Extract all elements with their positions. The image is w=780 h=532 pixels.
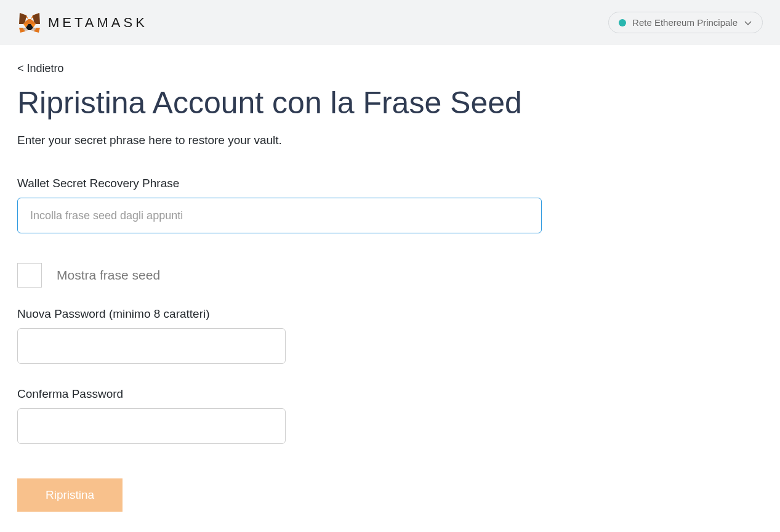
network-status-dot (619, 19, 626, 26)
page-subtitle: Enter your secret phrase here to restore… (17, 134, 722, 147)
network-selector[interactable]: Rete Ethereum Principale (608, 12, 763, 33)
show-seed-checkbox[interactable] (17, 263, 42, 288)
svg-marker-15 (28, 19, 31, 24)
brand-name: METAMASK (48, 15, 148, 31)
chevron-down-icon (744, 18, 752, 27)
network-name: Rete Ethereum Principale (632, 17, 738, 28)
restore-button[interactable]: Ripristina (17, 478, 123, 512)
seed-phrase-label: Wallet Secret Recovery Phrase (17, 177, 722, 190)
metamask-fox-icon (17, 10, 42, 35)
confirm-password-label: Conferma Password (17, 387, 722, 401)
confirm-password-input[interactable] (17, 408, 286, 444)
new-password-label: Nuova Password (minimo 8 caratteri) (17, 307, 722, 321)
page-title: Ripristina Account con la Frase Seed (17, 86, 722, 120)
back-link[interactable]: < Indietro (17, 62, 64, 75)
app-header: METAMASK Rete Ethereum Principale (0, 0, 780, 45)
logo: METAMASK (17, 10, 148, 35)
show-seed-row: Mostra frase seed (17, 263, 722, 288)
new-password-input[interactable] (17, 328, 286, 364)
show-seed-label: Mostra frase seed (57, 268, 160, 283)
main-content: < Indietro Ripristina Account con la Fra… (0, 45, 739, 529)
seed-phrase-input[interactable] (17, 198, 542, 233)
